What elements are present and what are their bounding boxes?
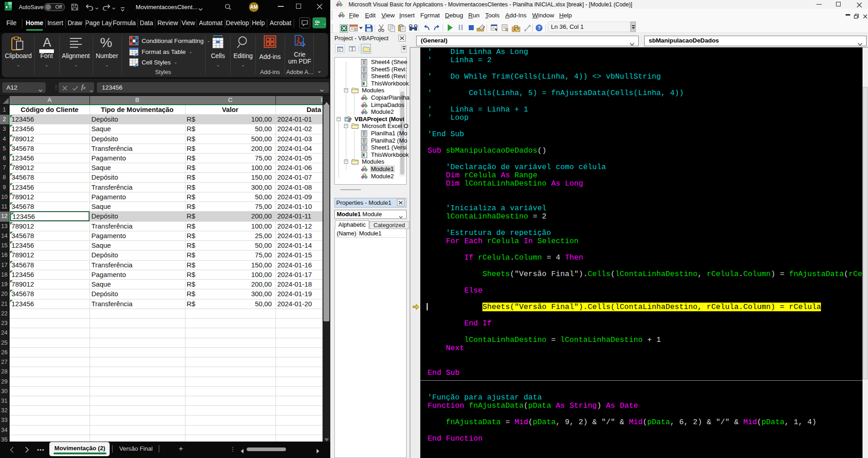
svg-text:?: ? xyxy=(538,25,541,31)
